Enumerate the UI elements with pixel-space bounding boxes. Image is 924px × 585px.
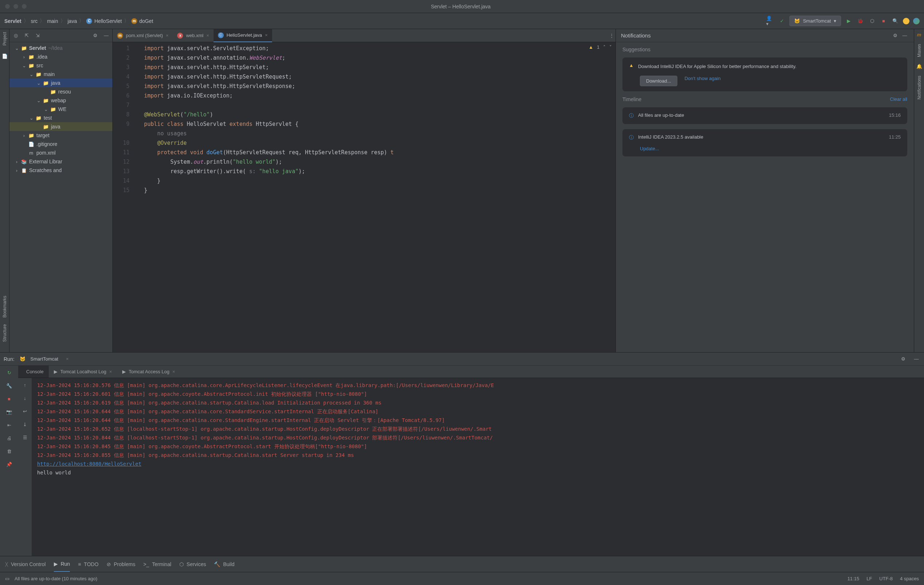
close-icon[interactable]: ×	[166, 33, 169, 38]
trash-icon[interactable]: 🗑	[5, 447, 13, 455]
tool-window-tab[interactable]: 🔨Build	[214, 561, 234, 567]
maven-tool-button[interactable]: Maven	[917, 44, 922, 57]
gear-icon[interactable]: ⚙	[899, 355, 907, 363]
tool-window-tab[interactable]: ▶Run	[54, 556, 70, 572]
vcs-update-icon[interactable]: ✓	[778, 17, 786, 25]
hide-icon[interactable]: —	[102, 31, 110, 40]
down-icon[interactable]: ↓	[21, 394, 29, 402]
tree-row-root[interactable]: ⌄ 📁 Servlet ~/Idea	[10, 44, 112, 52]
console-tab[interactable]: Console	[18, 365, 49, 378]
close-dot[interactable]	[5, 4, 10, 9]
crumb-src[interactable]: src	[31, 18, 38, 24]
camera-icon[interactable]: 📷	[5, 408, 13, 416]
crumb-class[interactable]: HelloServlet	[94, 18, 122, 24]
close-icon[interactable]: ×	[265, 32, 268, 38]
pin-icon[interactable]: 📌	[5, 460, 13, 468]
code-content[interactable]: import javax.servlet.ServletException;im…	[139, 42, 615, 352]
run-config-selector[interactable]: 🐱 SmartTomcat ▾	[789, 16, 841, 26]
jetbrains-toolbox-badge[interactable]	[913, 18, 920, 25]
tool-window-tab[interactable]: ⊘Problems	[107, 561, 135, 567]
update-link[interactable]: Update...	[640, 146, 659, 151]
tree-row[interactable]: ⌄ 📁 WE	[10, 105, 112, 114]
stop-button[interactable]: ■	[5, 395, 13, 403]
console-tab[interactable]: ▶Tomcat Localhost Log ×	[49, 365, 117, 378]
clear-all-link[interactable]: Clear all	[890, 96, 907, 102]
toolbox-icon[interactable]: ▭	[5, 576, 10, 582]
crumb-method[interactable]: doGet	[139, 18, 153, 24]
wrench-icon[interactable]: 🔧	[5, 382, 13, 390]
editor-tab[interactable]: xweb.xml×	[173, 29, 213, 42]
indent[interactable]: 4 spaces	[900, 576, 919, 582]
tree-row[interactable]: ⌄ 📁 webap	[10, 96, 112, 105]
project-tree-body[interactable]: ⌄ 📁 Servlet ~/Idea › 📁 .idea ⌄ 📁 src ⌄ 📁…	[10, 42, 112, 176]
chevron-up-icon[interactable]: ˄	[603, 45, 606, 50]
maven-icon: m	[917, 32, 921, 38]
filter-icon[interactable]: ☰	[21, 433, 29, 441]
bookmarks-tool-button[interactable]: Bookmarks	[2, 296, 7, 317]
tree-row[interactable]: 📄 .gitignore	[10, 140, 112, 149]
tool-window-tab[interactable]: >_Terminal	[144, 561, 172, 567]
locate-icon[interactable]: ◎	[12, 31, 20, 40]
tree-row[interactable]: ⌄ 📁 java	[10, 79, 112, 87]
run-button[interactable]: ▶	[845, 17, 853, 25]
maximize-dot[interactable]	[22, 4, 26, 9]
crumb-java[interactable]: java	[68, 18, 77, 24]
vcs-user-icon[interactable]: 👤▾	[766, 17, 774, 25]
collapse-all-icon[interactable]: ⇲	[33, 31, 41, 40]
tree-row[interactable]: ⌄ 📁 src	[10, 61, 112, 70]
minimize-dot[interactable]	[13, 4, 18, 9]
tree-row[interactable]: 📁 java	[10, 122, 112, 131]
line-separator[interactable]: LF	[866, 576, 872, 582]
ide-update-badge[interactable]	[903, 18, 909, 25]
run-config-name: SmartTomcat	[803, 18, 831, 24]
tree-row-scratch[interactable]: › 📋Scratches and	[10, 166, 112, 175]
tw-icon: ⊘	[107, 561, 111, 567]
project-tool-button[interactable]: Project	[2, 32, 7, 45]
tree-row-extlib[interactable]: › 📚External Librar	[10, 157, 112, 166]
cursor-position[interactable]: 11:15	[847, 576, 859, 582]
coverage-button[interactable]: ⬡	[868, 17, 876, 25]
stop-button[interactable]: ■	[879, 17, 888, 25]
tool-window-tab[interactable]: ᚷVersion Control	[5, 561, 46, 567]
rerun-button[interactable]: ↻	[5, 369, 13, 377]
inspection-widget[interactable]: ▲ 1 ˄ ˅	[589, 45, 612, 50]
close-icon[interactable]: ×	[63, 355, 71, 363]
download-button[interactable]: Download...	[640, 76, 677, 86]
editor-body[interactable]: 123456789101112131415 import javax.servl…	[113, 42, 615, 352]
tree-row[interactable]: 📁 resou	[10, 87, 112, 96]
chevron-down-icon[interactable]: ˅	[609, 45, 612, 50]
encoding[interactable]: UTF-8	[879, 576, 893, 582]
file-icon: x	[177, 33, 183, 38]
debug-button[interactable]: 🐞	[856, 17, 865, 25]
editor-tab[interactable]: mpom.xml (Servlet)×	[113, 29, 173, 42]
tree-row[interactable]: ⌄ 📁 main	[10, 70, 112, 79]
editor-tab[interactable]: CHelloServlet.java×	[213, 29, 272, 42]
exit-icon[interactable]: ⇤	[5, 421, 13, 429]
tree-row[interactable]: ⌄ 📁 test	[10, 114, 112, 122]
console-output[interactable]: 12-Jan-2024 15:16:20.576 信息 [main] org.a…	[32, 378, 924, 556]
close-icon[interactable]: ×	[206, 33, 209, 38]
dont-show-link[interactable]: Don't show again	[685, 76, 721, 86]
tree-row[interactable]: › 📁 .idea	[10, 52, 112, 61]
expand-all-icon[interactable]: ⇱	[23, 31, 31, 40]
crumb-main[interactable]: main	[47, 18, 58, 24]
gear-icon[interactable]: ⚙	[91, 31, 99, 40]
structure-tool-button[interactable]: Structure	[2, 324, 7, 342]
more-tabs-icon[interactable]: ⋮	[607, 31, 615, 40]
wrap-icon[interactable]: ↩	[21, 407, 29, 415]
tool-window-tab[interactable]: ⬡Services	[179, 561, 206, 567]
gear-icon[interactable]: ⚙	[891, 31, 899, 40]
hide-icon[interactable]: —	[912, 355, 921, 363]
notifications-tool-button[interactable]: Notifications	[917, 76, 922, 99]
search-icon[interactable]: 🔍	[891, 17, 899, 25]
crumb-project[interactable]: Servlet	[4, 18, 21, 24]
print-icon[interactable]: 🖨	[5, 434, 13, 442]
file-icon[interactable]: 📄	[1, 52, 9, 60]
tree-row[interactable]: › 📁 target	[10, 131, 112, 140]
hide-icon[interactable]: —	[901, 31, 909, 40]
up-icon[interactable]: ↑	[21, 381, 29, 389]
console-tab[interactable]: ▶Tomcat Access Log ×	[117, 365, 180, 378]
scroll-icon[interactable]: ⤓	[21, 420, 29, 428]
tree-row[interactable]: m pom.xml	[10, 149, 112, 157]
tool-window-tab[interactable]: ≡TODO	[78, 561, 98, 567]
